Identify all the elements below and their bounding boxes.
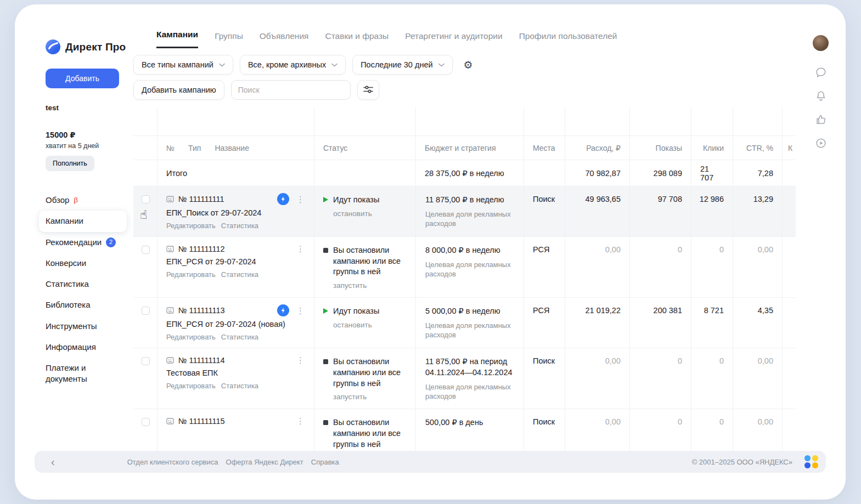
col-header-number[interactable]: № [166, 144, 175, 152]
boost-lightning-icon[interactable] [277, 193, 289, 205]
dropdown-label: Все типы кампаний [142, 60, 213, 69]
tab-ads[interactable]: Объявления [260, 31, 309, 48]
impressions-value: 0 [630, 237, 691, 297]
service-dot-icon [804, 462, 811, 468]
balance-note: хватит на 5 дней [46, 142, 128, 150]
sidebar-item-overview[interactable]: Обзор β [39, 190, 127, 211]
start-action-link[interactable]: запустить [333, 281, 408, 290]
stopped-square-icon [323, 359, 328, 364]
sidebar-item-information[interactable]: Информация [39, 337, 127, 358]
sidebar-item-statistics[interactable]: Статистика [39, 274, 127, 295]
add-button[interactable]: Добавить [46, 69, 119, 88]
start-action-link[interactable]: запустить [333, 393, 408, 401]
campaign-name[interactable]: ЕПК_РСЯ от 29-07-2024 (новая) [166, 320, 307, 329]
bell-icon[interactable] [814, 89, 828, 103]
footer-link-help[interactable]: Справка [311, 458, 339, 466]
kebab-menu-icon[interactable]: ⋮ [294, 355, 307, 365]
kebab-menu-icon[interactable]: ⋮ [294, 243, 307, 254]
chat-icon[interactable] [814, 65, 828, 80]
stop-action-link[interactable]: остановить [333, 209, 379, 218]
sidebar-item-payments[interactable]: Платежи и документы [39, 358, 127, 390]
row-checkbox[interactable] [142, 307, 150, 315]
collapse-sidebar-icon[interactable]: ‹ [51, 456, 55, 467]
edit-link[interactable]: Редактировать [166, 222, 216, 230]
play-circle-icon[interactable] [814, 136, 828, 150]
boost-lightning-icon[interactable] [277, 304, 289, 316]
footer-link-offer[interactable]: Оферта Яндекс Директ [226, 458, 303, 466]
clicks-value: 8 721 [691, 298, 733, 348]
budget-value: 500,00 ₽ в день [425, 417, 515, 428]
row-checkbox[interactable] [142, 357, 150, 365]
search-input[interactable] [231, 80, 351, 100]
table-row: № 111111114 ⋮ Тестовая ЕПК Редактировать… [133, 348, 796, 409]
col-header-budget[interactable]: Бюджет и стратегия [425, 144, 496, 152]
user-avatar[interactable] [813, 35, 829, 51]
col-header-extra[interactable]: К [788, 144, 792, 152]
campaign-type-dropdown[interactable]: Все типы кампаний [133, 55, 233, 75]
button-label: Добавить кампанию [142, 86, 216, 94]
service-dot-icon [804, 455, 811, 461]
stats-link[interactable]: Статистика [221, 270, 258, 279]
campaign-name[interactable]: ЕПК_РСЯ от 29-07-2024 [166, 257, 307, 266]
kebab-menu-icon[interactable]: ⋮ [294, 416, 307, 426]
archive-filter-dropdown[interactable]: Все, кроме архивных [240, 55, 346, 75]
logo: Директ Про [46, 39, 128, 54]
row-checkbox[interactable] [142, 246, 150, 254]
row-checkbox[interactable] [142, 418, 150, 426]
col-header-name[interactable]: Название [215, 144, 249, 152]
filter-sliders-button[interactable] [357, 80, 379, 100]
stopped-square-icon [323, 248, 328, 253]
edit-link[interactable]: Редактировать [166, 333, 216, 341]
footer-link-support[interactable]: Отдел клиентского сервиса [127, 458, 218, 466]
col-header-ctr[interactable]: CTR, % [746, 144, 773, 152]
stop-action-link[interactable]: остановить [333, 321, 379, 329]
thumbs-up-icon[interactable] [814, 112, 828, 127]
sidebar-item-campaigns[interactable]: Кампании [39, 211, 127, 231]
budget-value: 11 875,00 ₽ в неделю [425, 195, 515, 206]
col-header-type[interactable]: Тип [188, 144, 201, 152]
stats-link[interactable]: Статистика [221, 222, 258, 230]
tab-user-profiles[interactable]: Профили пользователей [519, 31, 617, 48]
sidebar-item-library[interactable]: Библиотека [39, 295, 127, 315]
col-header-spend[interactable]: Расход, ₽ [586, 144, 621, 152]
campaign-number[interactable]: № 111111115 [178, 417, 225, 426]
edit-link[interactable]: Редактировать [166, 382, 216, 390]
sidebar-item-tools[interactable]: Инструменты [39, 316, 127, 337]
edit-link[interactable]: Редактировать [166, 270, 216, 279]
add-campaign-button[interactable]: Добавить кампанию [133, 80, 224, 100]
account-name[interactable]: test [46, 104, 128, 112]
col-header-places[interactable]: Места [533, 144, 555, 152]
col-header-impressions[interactable]: Показы [656, 144, 682, 152]
col-header-clicks[interactable]: Клики [703, 144, 724, 152]
sidebar-item-label: Конверсии [46, 258, 86, 269]
top-tabs: Кампании Группы Объявления Ставки и фраз… [133, 30, 796, 48]
yandex-services-icons[interactable] [804, 455, 819, 468]
kebab-menu-icon[interactable]: ⋮ [294, 305, 307, 316]
sidebar-item-conversions[interactable]: Конверсии [39, 253, 127, 274]
tab-campaigns[interactable]: Кампании [156, 30, 198, 48]
stats-link[interactable]: Статистика [221, 382, 258, 390]
kebab-menu-icon[interactable]: ⋮ [294, 194, 307, 205]
campaign-number[interactable]: № 111111111 [178, 195, 224, 203]
campaign-name[interactable]: Тестовая ЕПК [166, 369, 307, 377]
period-dropdown[interactable]: Последние 30 дней [352, 55, 452, 75]
topup-button[interactable]: Пополнить [46, 156, 94, 171]
settings-gear-icon[interactable]: ⚙ [464, 60, 473, 70]
strategy-label: Целевая доля рекламных расходов [425, 260, 515, 279]
row-checkbox[interactable] [142, 195, 150, 203]
campaign-number[interactable]: № 111111114 [178, 356, 225, 365]
campaign-number[interactable]: № 111111112 [178, 245, 225, 253]
tab-groups[interactable]: Группы [215, 31, 243, 48]
campaign-number[interactable]: № 111111113 [178, 306, 225, 315]
table-row: № 111111113 ⋮ ЕПК_РСЯ от 29-07-2024 (нов… [133, 298, 796, 348]
sidebar-item-label: Информация [46, 342, 96, 353]
tab-bids[interactable]: Ставки и фразы [325, 31, 389, 48]
sidebar-nav: Обзор β Кампании Рекомендации 2 Конверси… [39, 190, 127, 390]
beta-badge: β [74, 195, 78, 205]
stats-link[interactable]: Статистика [221, 333, 258, 341]
campaign-name[interactable]: ЕПК_Поиск от 29-07-2024 [166, 208, 307, 217]
sidebar-item-label: Инструменты [46, 321, 97, 332]
sidebar-item-recommendations[interactable]: Рекомендации 2 [39, 232, 127, 253]
col-header-status[interactable]: Статус [323, 144, 347, 152]
tab-retargeting[interactable]: Ретаргетинг и аудитории [405, 31, 502, 48]
